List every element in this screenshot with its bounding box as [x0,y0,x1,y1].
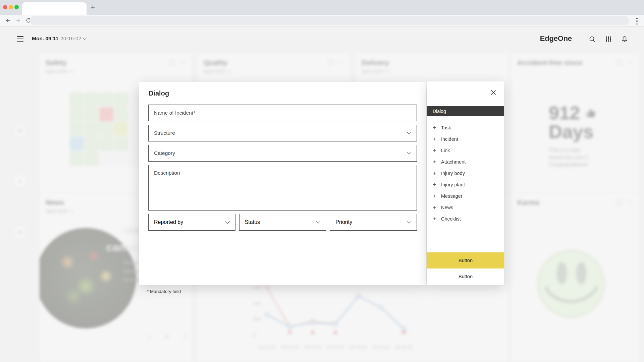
panel-item-news[interactable]: +News [427,202,504,213]
browser-toolbar [0,15,644,26]
date-time-label: Mon. 09:11 [32,36,58,42]
reported-by-select[interactable]: Reported by [148,214,235,231]
browser-menu-button[interactable] [635,17,639,25]
dialog-side-panel: Dialog +Task +Incident +Link +Attachment… [427,81,504,285]
chevron-down-icon [407,130,411,134]
tab-strip: + [0,0,644,15]
structure-select[interactable]: Structure [148,125,417,141]
panel-item-checklist[interactable]: +Checklist [427,213,504,225]
incident-dialog: Dialog Structure Category Reported by St… [139,82,426,285]
plus-icon: + [433,147,437,154]
priority-select-label: Priority [335,219,352,225]
panel-item-injury-body[interactable]: +Injury body [427,168,504,179]
plus-icon: + [433,124,437,131]
brand-logo: EdgeOne [540,34,572,43]
mandatory-field-note: * Mandatory field [147,289,181,294]
search-icon [589,36,596,43]
plus-icon: + [433,204,437,211]
panel-item-link[interactable]: +Link [427,145,504,156]
filters-button[interactable] [604,35,612,43]
browser-tab[interactable] [22,2,87,15]
forward-icon [15,17,21,23]
side-panel-header: Dialog [427,106,504,116]
back-icon [5,17,11,23]
close-icon [491,90,496,95]
chevron-down-icon [225,219,230,224]
description-textarea[interactable] [149,165,417,210]
status-select-label: Status [245,219,260,225]
panel-primary-button[interactable]: Button [427,252,504,268]
category-select-label: Category [154,150,175,156]
reported-by-select-label: Reported by [154,219,183,225]
name-of-incident-input[interactable] [149,105,417,121]
menu-button[interactable] [17,36,23,42]
new-tab-button[interactable]: + [88,3,98,12]
search-button[interactable] [588,35,596,43]
panel-item-attachment[interactable]: +Attachment [427,156,504,168]
priority-select[interactable]: Priority [330,214,417,231]
chevron-down-icon [83,36,87,40]
address-bar[interactable] [30,16,629,25]
date-label: 20-16-02 [60,36,81,42]
description-field-wrap [148,165,417,210]
plus-icon: + [433,136,437,142]
hamburger-icon [17,36,23,37]
date-selector[interactable]: Mon. 09:11 20-16-02 [32,36,86,42]
category-select[interactable]: Category [148,145,417,162]
app-header: Mon. 09:11 20-16-02 EdgeOne [0,26,644,49]
traffic-light-close[interactable] [3,5,7,9]
plus-icon: + [433,193,437,199]
plus-icon: + [433,181,437,188]
side-panel-list: +Task +Incident +Link +Attachment +Injur… [427,122,504,225]
browser-chrome: + [0,0,644,26]
panel-item-incident[interactable]: +Incident [427,133,504,145]
traffic-light-minimize[interactable] [9,5,13,9]
structure-select-label: Structure [154,130,175,136]
forward-button[interactable] [14,16,23,25]
plus-icon: + [433,170,437,177]
panel-secondary-button[interactable]: Button [427,268,504,285]
notifications-button[interactable] [621,35,629,43]
panel-item-messager[interactable]: +Messager [427,190,504,202]
status-select[interactable]: Status [239,214,326,231]
plus-icon: + [433,216,437,222]
bell-icon [621,36,628,43]
sliders-icon [605,36,612,43]
panel-item-injury-plant[interactable]: +Injury plant [427,179,504,190]
dialog-title: Dialog [149,89,169,97]
close-button[interactable] [490,89,497,96]
back-button[interactable] [3,16,12,25]
panel-item-task[interactable]: +Task [427,122,504,133]
chevron-down-icon [407,150,411,155]
traffic-light-zoom[interactable] [14,5,19,9]
name-of-incident-field-wrap [148,105,417,121]
chevron-down-icon [316,219,320,224]
chevron-down-icon [407,219,411,224]
plus-icon: + [433,159,437,165]
